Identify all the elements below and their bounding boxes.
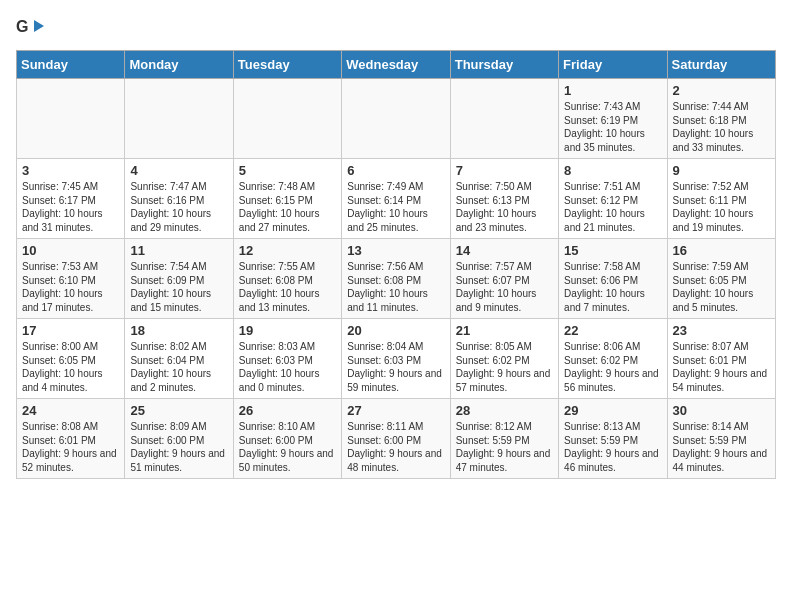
day-number: 6 <box>347 163 444 178</box>
calendar-day-cell: 2Sunrise: 7:44 AM Sunset: 6:18 PM Daylig… <box>667 79 775 159</box>
calendar-header: SundayMondayTuesdayWednesdayThursdayFrid… <box>17 51 776 79</box>
day-number: 5 <box>239 163 336 178</box>
day-info: Sunrise: 8:11 AM Sunset: 6:00 PM Dayligh… <box>347 420 444 474</box>
day-info: Sunrise: 8:14 AM Sunset: 5:59 PM Dayligh… <box>673 420 770 474</box>
day-info: Sunrise: 7:44 AM Sunset: 6:18 PM Dayligh… <box>673 100 770 154</box>
day-info: Sunrise: 7:52 AM Sunset: 6:11 PM Dayligh… <box>673 180 770 234</box>
calendar-day-cell <box>125 79 233 159</box>
day-number: 17 <box>22 323 119 338</box>
calendar-day-cell: 5Sunrise: 7:48 AM Sunset: 6:15 PM Daylig… <box>233 159 341 239</box>
calendar-body: 1Sunrise: 7:43 AM Sunset: 6:19 PM Daylig… <box>17 79 776 479</box>
day-number: 2 <box>673 83 770 98</box>
day-number: 4 <box>130 163 227 178</box>
calendar-day-cell: 13Sunrise: 7:56 AM Sunset: 6:08 PM Dayli… <box>342 239 450 319</box>
day-info: Sunrise: 7:57 AM Sunset: 6:07 PM Dayligh… <box>456 260 553 314</box>
calendar-day-cell <box>342 79 450 159</box>
day-number: 14 <box>456 243 553 258</box>
day-number: 26 <box>239 403 336 418</box>
weekday-header: Saturday <box>667 51 775 79</box>
day-info: Sunrise: 7:49 AM Sunset: 6:14 PM Dayligh… <box>347 180 444 234</box>
day-info: Sunrise: 8:05 AM Sunset: 6:02 PM Dayligh… <box>456 340 553 394</box>
day-number: 3 <box>22 163 119 178</box>
page-header: G <box>16 16 776 38</box>
day-info: Sunrise: 8:12 AM Sunset: 5:59 PM Dayligh… <box>456 420 553 474</box>
day-info: Sunrise: 8:13 AM Sunset: 5:59 PM Dayligh… <box>564 420 661 474</box>
day-number: 25 <box>130 403 227 418</box>
calendar-day-cell: 23Sunrise: 8:07 AM Sunset: 6:01 PM Dayli… <box>667 319 775 399</box>
calendar-day-cell: 17Sunrise: 8:00 AM Sunset: 6:05 PM Dayli… <box>17 319 125 399</box>
day-info: Sunrise: 7:53 AM Sunset: 6:10 PM Dayligh… <box>22 260 119 314</box>
day-number: 7 <box>456 163 553 178</box>
logo-icon: G <box>16 16 44 38</box>
day-info: Sunrise: 7:48 AM Sunset: 6:15 PM Dayligh… <box>239 180 336 234</box>
day-info: Sunrise: 7:51 AM Sunset: 6:12 PM Dayligh… <box>564 180 661 234</box>
calendar-day-cell: 26Sunrise: 8:10 AM Sunset: 6:00 PM Dayli… <box>233 399 341 479</box>
calendar-day-cell: 8Sunrise: 7:51 AM Sunset: 6:12 PM Daylig… <box>559 159 667 239</box>
day-info: Sunrise: 8:07 AM Sunset: 6:01 PM Dayligh… <box>673 340 770 394</box>
day-number: 28 <box>456 403 553 418</box>
day-info: Sunrise: 8:04 AM Sunset: 6:03 PM Dayligh… <box>347 340 444 394</box>
day-number: 15 <box>564 243 661 258</box>
calendar-day-cell: 20Sunrise: 8:04 AM Sunset: 6:03 PM Dayli… <box>342 319 450 399</box>
day-number: 23 <box>673 323 770 338</box>
weekday-header: Tuesday <box>233 51 341 79</box>
day-info: Sunrise: 8:02 AM Sunset: 6:04 PM Dayligh… <box>130 340 227 394</box>
calendar-day-cell: 14Sunrise: 7:57 AM Sunset: 6:07 PM Dayli… <box>450 239 558 319</box>
day-info: Sunrise: 8:09 AM Sunset: 6:00 PM Dayligh… <box>130 420 227 474</box>
calendar-day-cell: 29Sunrise: 8:13 AM Sunset: 5:59 PM Dayli… <box>559 399 667 479</box>
calendar-table: SundayMondayTuesdayWednesdayThursdayFrid… <box>16 50 776 479</box>
day-number: 13 <box>347 243 444 258</box>
logo: G <box>16 16 48 38</box>
weekday-header: Sunday <box>17 51 125 79</box>
calendar-day-cell: 6Sunrise: 7:49 AM Sunset: 6:14 PM Daylig… <box>342 159 450 239</box>
day-number: 30 <box>673 403 770 418</box>
weekday-header: Monday <box>125 51 233 79</box>
day-number: 19 <box>239 323 336 338</box>
day-info: Sunrise: 7:45 AM Sunset: 6:17 PM Dayligh… <box>22 180 119 234</box>
calendar-week-row: 17Sunrise: 8:00 AM Sunset: 6:05 PM Dayli… <box>17 319 776 399</box>
calendar-week-row: 3Sunrise: 7:45 AM Sunset: 6:17 PM Daylig… <box>17 159 776 239</box>
calendar-day-cell: 11Sunrise: 7:54 AM Sunset: 6:09 PM Dayli… <box>125 239 233 319</box>
weekday-header: Friday <box>559 51 667 79</box>
day-info: Sunrise: 7:43 AM Sunset: 6:19 PM Dayligh… <box>564 100 661 154</box>
weekday-header: Wednesday <box>342 51 450 79</box>
calendar-week-row: 24Sunrise: 8:08 AM Sunset: 6:01 PM Dayli… <box>17 399 776 479</box>
day-info: Sunrise: 8:00 AM Sunset: 6:05 PM Dayligh… <box>22 340 119 394</box>
calendar-day-cell <box>17 79 125 159</box>
calendar-day-cell <box>450 79 558 159</box>
calendar-day-cell: 12Sunrise: 7:55 AM Sunset: 6:08 PM Dayli… <box>233 239 341 319</box>
day-number: 8 <box>564 163 661 178</box>
day-number: 16 <box>673 243 770 258</box>
day-info: Sunrise: 7:47 AM Sunset: 6:16 PM Dayligh… <box>130 180 227 234</box>
calendar-day-cell: 18Sunrise: 8:02 AM Sunset: 6:04 PM Dayli… <box>125 319 233 399</box>
svg-text:G: G <box>16 18 28 35</box>
calendar-week-row: 1Sunrise: 7:43 AM Sunset: 6:19 PM Daylig… <box>17 79 776 159</box>
calendar-day-cell: 7Sunrise: 7:50 AM Sunset: 6:13 PM Daylig… <box>450 159 558 239</box>
day-number: 29 <box>564 403 661 418</box>
day-info: Sunrise: 7:56 AM Sunset: 6:08 PM Dayligh… <box>347 260 444 314</box>
day-info: Sunrise: 7:59 AM Sunset: 6:05 PM Dayligh… <box>673 260 770 314</box>
day-info: Sunrise: 7:54 AM Sunset: 6:09 PM Dayligh… <box>130 260 227 314</box>
calendar-day-cell <box>233 79 341 159</box>
day-number: 10 <box>22 243 119 258</box>
day-number: 11 <box>130 243 227 258</box>
calendar-day-cell: 21Sunrise: 8:05 AM Sunset: 6:02 PM Dayli… <box>450 319 558 399</box>
day-number: 18 <box>130 323 227 338</box>
day-info: Sunrise: 8:10 AM Sunset: 6:00 PM Dayligh… <box>239 420 336 474</box>
day-info: Sunrise: 7:55 AM Sunset: 6:08 PM Dayligh… <box>239 260 336 314</box>
calendar-day-cell: 22Sunrise: 8:06 AM Sunset: 6:02 PM Dayli… <box>559 319 667 399</box>
day-number: 1 <box>564 83 661 98</box>
calendar-day-cell: 3Sunrise: 7:45 AM Sunset: 6:17 PM Daylig… <box>17 159 125 239</box>
calendar-day-cell: 30Sunrise: 8:14 AM Sunset: 5:59 PM Dayli… <box>667 399 775 479</box>
calendar-day-cell: 24Sunrise: 8:08 AM Sunset: 6:01 PM Dayli… <box>17 399 125 479</box>
day-number: 27 <box>347 403 444 418</box>
day-number: 24 <box>22 403 119 418</box>
calendar-day-cell: 28Sunrise: 8:12 AM Sunset: 5:59 PM Dayli… <box>450 399 558 479</box>
day-info: Sunrise: 8:03 AM Sunset: 6:03 PM Dayligh… <box>239 340 336 394</box>
calendar-day-cell: 16Sunrise: 7:59 AM Sunset: 6:05 PM Dayli… <box>667 239 775 319</box>
calendar-day-cell: 10Sunrise: 7:53 AM Sunset: 6:10 PM Dayli… <box>17 239 125 319</box>
calendar-day-cell: 9Sunrise: 7:52 AM Sunset: 6:11 PM Daylig… <box>667 159 775 239</box>
day-number: 22 <box>564 323 661 338</box>
day-number: 9 <box>673 163 770 178</box>
day-number: 21 <box>456 323 553 338</box>
